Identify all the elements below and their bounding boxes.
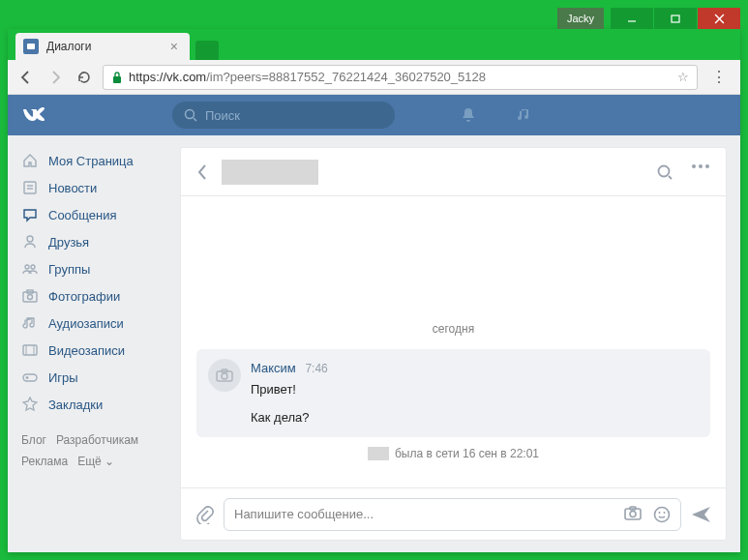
dialog-search-button[interactable]	[656, 163, 673, 181]
notifications-icon[interactable]	[460, 106, 477, 124]
browser-tab[interactable]: Диалоги ×	[15, 33, 190, 60]
status-avatar-placeholder	[368, 447, 389, 460]
sidebar-item-photos[interactable]: Фотографии	[21, 282, 166, 309]
sidebar-item-news[interactable]: Новости	[21, 174, 166, 201]
browser-menu-button[interactable]: ⋮	[705, 68, 733, 86]
sidebar-item-label: Закладки	[48, 398, 103, 412]
groups-icon	[21, 261, 39, 277]
svg-rect-8	[24, 182, 36, 193]
window-maximize-button[interactable]	[654, 8, 697, 29]
message-row[interactable]: Максим 7:46 Привет! Как дела?	[196, 349, 710, 437]
window-minimize-button[interactable]	[611, 8, 653, 29]
avatar-placeholder-icon	[208, 359, 241, 392]
tab-strip: Диалоги ×	[8, 29, 740, 60]
svg-rect-1	[672, 15, 679, 22]
sidebar-item-home[interactable]: Моя Страница	[21, 147, 166, 174]
attach-button[interactable]	[194, 505, 214, 524]
friends-icon	[21, 234, 39, 250]
vk-search-input[interactable]: Поиск	[172, 102, 395, 129]
message-sender[interactable]: Максим	[251, 361, 296, 375]
sidebar-item-label: Аудиозаписи	[48, 316, 124, 331]
photos-icon	[21, 288, 39, 304]
profile-badge: Jacky	[557, 8, 604, 29]
svg-point-27	[705, 164, 709, 168]
svg-point-35	[659, 512, 661, 514]
sidebar-footer: БлогРазработчикамРекламаЕщё ⌄	[21, 431, 166, 470]
bookmark-star-button[interactable]: ☆	[677, 70, 689, 84]
sidebar-item-label: Новости	[48, 181, 97, 195]
games-icon	[21, 369, 39, 385]
date-separator: сегодня	[196, 322, 710, 336]
news-icon	[21, 180, 39, 195]
svg-rect-20	[23, 374, 37, 381]
dialog-panel: сегодня Максим 7:46 Привет!	[180, 147, 727, 541]
audio-icon	[21, 315, 39, 331]
compose-input[interactable]: Напишите сообщение...	[224, 498, 681, 531]
dialog-peer-name-placeholder	[222, 160, 318, 185]
camera-icon[interactable]	[624, 506, 642, 523]
url-path: /im?peers=88817552_76221424_36027520_512…	[206, 70, 486, 84]
sidebar-item-label: Игры	[48, 370, 78, 385]
svg-point-25	[692, 164, 696, 168]
search-placeholder: Поиск	[205, 108, 240, 123]
nav-reload-button[interactable]	[74, 67, 95, 88]
svg-point-26	[699, 164, 703, 168]
sidebar-item-bookmarks[interactable]: Закладки	[21, 391, 166, 418]
svg-point-13	[31, 265, 35, 269]
sidebar-item-audio[interactable]: Аудиозаписи	[21, 309, 166, 337]
music-icon[interactable]	[516, 106, 533, 124]
messages-icon	[21, 207, 39, 222]
sidebar: Моя СтраницаНовостиСообщенияДрузьяГруппы…	[21, 147, 166, 541]
lock-icon	[111, 71, 123, 84]
footer-link[interactable]: Разработчикам	[56, 431, 138, 449]
svg-point-23	[659, 165, 670, 176]
message-text-line: Привет!	[251, 380, 328, 399]
dialog-more-button[interactable]	[691, 163, 710, 181]
url-host: https://vk.com	[129, 70, 206, 84]
svg-point-6	[186, 110, 194, 119]
window-close-button[interactable]	[698, 8, 740, 29]
address-bar[interactable]: https://vk.com/im?peers=88817552_7622142…	[103, 65, 698, 90]
send-button[interactable]	[691, 505, 712, 524]
dialog-back-button[interactable]	[196, 163, 208, 181]
last-seen-status: была в сети 16 сен в 22:01	[196, 447, 710, 460]
emoji-icon[interactable]	[653, 506, 671, 523]
new-tab-button[interactable]	[195, 41, 219, 60]
sidebar-item-label: Видеозаписи	[48, 343, 125, 358]
sidebar-item-friends[interactable]: Друзья	[21, 228, 166, 255]
footer-link[interactable]: Реклама	[21, 453, 68, 470]
message-time: 7:46	[305, 362, 327, 375]
svg-point-29	[222, 373, 227, 379]
vk-logo-icon[interactable]	[21, 107, 52, 123]
sidebar-item-label: Группы	[48, 262, 90, 277]
svg-rect-4	[27, 44, 35, 49]
status-text: была в сети 16 сен в 22:01	[395, 447, 539, 460]
sidebar-item-label: Сообщения	[48, 208, 117, 222]
sidebar-item-label: Моя Страница	[48, 154, 134, 168]
svg-point-32	[630, 511, 636, 516]
bookmarks-icon	[21, 397, 39, 412]
tab-close-button[interactable]: ×	[166, 39, 182, 54]
sidebar-item-label: Друзья	[48, 235, 89, 250]
svg-line-24	[669, 176, 672, 179]
tab-favicon-icon	[23, 39, 39, 54]
footer-link[interactable]: Ещё ⌄	[77, 453, 114, 470]
video-icon	[21, 342, 39, 358]
sidebar-item-video[interactable]: Видеозаписи	[21, 337, 166, 364]
home-icon	[21, 153, 39, 168]
svg-point-34	[655, 507, 670, 521]
nav-forward-button[interactable]	[45, 67, 66, 88]
search-icon	[184, 108, 197, 122]
svg-point-36	[664, 512, 666, 514]
svg-point-11	[27, 236, 33, 242]
sidebar-item-messages[interactable]: Сообщения	[21, 201, 166, 228]
nav-back-button[interactable]	[15, 67, 37, 88]
sidebar-item-groups[interactable]: Группы	[21, 255, 166, 282]
footer-link[interactable]: Блог	[21, 431, 46, 449]
sidebar-item-games[interactable]: Игры	[21, 364, 166, 391]
svg-rect-17	[23, 345, 37, 355]
sidebar-item-label: Фотографии	[48, 289, 120, 304]
vk-topbar: Поиск	[8, 95, 740, 135]
svg-line-7	[194, 118, 196, 121]
compose-placeholder: Напишите сообщение...	[234, 507, 374, 521]
